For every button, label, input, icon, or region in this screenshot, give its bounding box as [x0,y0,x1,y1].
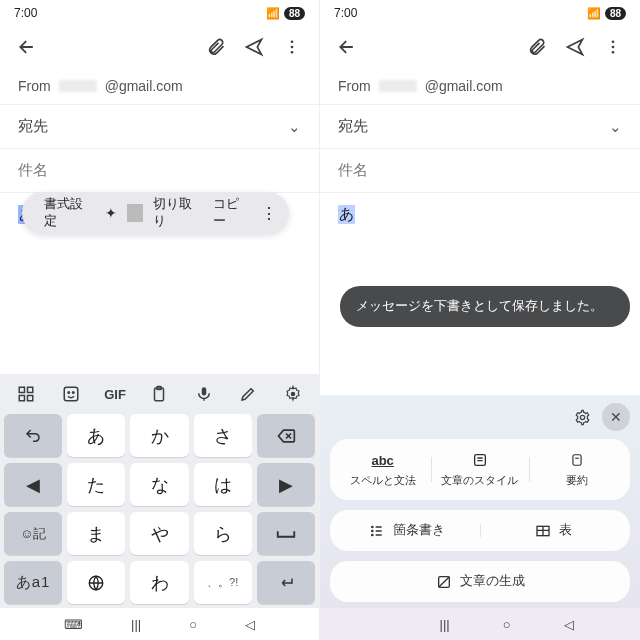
option-style[interactable]: 文章のスタイル [431,451,528,488]
nav-home[interactable]: ○ [503,617,511,632]
keyboard: GIF あ か さ ◀ た な は ▶ ☺記 ま や ら あa1 [0,374,319,608]
subject-placeholder: 件名 [18,161,48,180]
kbd-menu-icon[interactable] [4,374,48,414]
to-field[interactable]: 宛先 ⌄ [320,104,640,148]
status-right: 📶88 [587,7,626,20]
overflow-button[interactable] [594,28,632,66]
option-table[interactable]: 表 [480,522,626,539]
key-punct[interactable]: 、。?! [194,561,252,604]
attach-button[interactable] [197,28,235,66]
key-ka[interactable]: か [130,414,188,457]
key-mode-switch[interactable]: あa1 [4,561,62,604]
option-summary[interactable]: 要約 [529,451,626,488]
kbd-gif-button[interactable]: GIF [93,374,137,414]
key-right[interactable]: ▶ [257,463,315,506]
key-globe[interactable] [67,561,125,604]
subject-placeholder: 件名 [338,161,368,180]
ai-sparkle-icon[interactable]: ✦ [97,205,125,221]
key-a[interactable]: あ [67,414,125,457]
kbd-edit-icon[interactable] [226,374,270,414]
key-ma[interactable]: ま [67,512,125,555]
ctx-more-icon[interactable]: ⋮ [255,204,283,223]
from-row[interactable]: From @gmail.com [320,68,640,104]
status-right: 📶88 [266,7,305,20]
from-label: From [18,78,51,94]
text-context-menu: 書式設定 ✦ 切り取り コピー ⋮ [22,192,289,234]
battery-pill: 88 [284,7,305,20]
kbd-sticker-icon[interactable] [48,374,92,414]
key-emoji[interactable]: ☺記 [4,512,62,555]
svg-rect-6 [28,396,33,401]
ctx-cut[interactable]: 切り取り [145,196,206,230]
suggestion-row-1: abc スペルと文法 文章のスタイル 要約 [330,439,630,500]
panel-settings-icon[interactable] [568,403,596,431]
subject-field[interactable]: 件名 [0,148,319,193]
key-na[interactable]: な [130,463,188,506]
table-icon [535,523,551,539]
phone-left: 7:00 📶88 From @gmail.com 宛先 ⌄ 件名 あ 書式設定 [0,0,320,640]
svg-point-8 [68,392,70,394]
snackbar-toast: メッセージを下書きとして保存しました。 [340,286,630,327]
kbd-mic-icon[interactable] [182,374,226,414]
key-ya[interactable]: や [130,512,188,555]
panel-close-icon[interactable]: ✕ [602,403,630,431]
attach-button[interactable] [518,28,556,66]
ctx-copy[interactable]: コピー [205,196,255,230]
key-left[interactable]: ◀ [4,463,62,506]
app-bar [0,26,319,68]
key-space[interactable] [257,512,315,555]
kbd-clipboard-icon[interactable] [137,374,181,414]
svg-point-13 [290,392,295,397]
svg-point-23 [372,534,373,535]
nav-recents[interactable]: ||| [440,617,450,632]
chevron-down-icon[interactable]: ⌄ [609,118,622,136]
nav-back[interactable]: ◁ [245,617,255,632]
back-button[interactable] [8,28,46,66]
send-button[interactable] [556,28,594,66]
send-button[interactable] [235,28,273,66]
from-row[interactable]: From @gmail.com [0,68,319,104]
option-generate[interactable]: 文章の生成 [330,561,630,602]
key-wa[interactable]: わ [130,561,188,604]
to-field[interactable]: 宛先 ⌄ [0,104,319,148]
svg-rect-12 [202,387,207,395]
smart-compose-panel: ✕ abc スペルと文法 文章のスタイル 要約 箇条書き 表 [320,395,640,608]
kbd-settings-icon[interactable] [271,374,315,414]
ctx-format[interactable]: 書式設定 [36,196,97,230]
generate-icon [436,574,452,590]
key-ta[interactable]: た [67,463,125,506]
option-spell-grammar[interactable]: abc スペルと文法 [334,451,431,488]
svg-point-15 [612,40,615,43]
nav-back[interactable]: ◁ [564,617,574,632]
from-redacted [379,80,417,92]
status-bar: 7:00 📶88 [320,0,640,26]
overflow-button[interactable] [273,28,311,66]
key-sa[interactable]: さ [194,414,252,457]
svg-point-16 [612,46,615,49]
from-redacted [59,80,97,92]
subject-field[interactable]: 件名 [320,148,640,193]
selected-text[interactable]: あ [338,205,355,224]
svg-rect-20 [573,455,581,466]
summary-icon [570,451,584,469]
svg-point-21 [372,526,373,527]
key-ra[interactable]: ら [194,512,252,555]
svg-rect-4 [28,387,33,392]
key-enter[interactable] [257,561,315,604]
nav-keyboard-icon[interactable]: ⌨ [64,617,83,632]
svg-point-9 [72,392,74,394]
key-undo[interactable] [4,414,62,457]
from-email-suffix: @gmail.com [425,78,503,94]
nav-recents[interactable]: ||| [131,617,141,632]
back-button[interactable] [328,28,366,66]
from-label: From [338,78,371,94]
ctx-divider [127,204,143,222]
svg-point-1 [291,46,294,49]
key-ha[interactable]: は [194,463,252,506]
svg-point-0 [291,40,294,43]
nav-home[interactable]: ○ [189,617,197,632]
option-bullets[interactable]: 箇条書き [334,522,480,539]
key-backspace[interactable] [257,414,315,457]
app-bar [320,26,640,68]
chevron-down-icon[interactable]: ⌄ [288,118,301,136]
